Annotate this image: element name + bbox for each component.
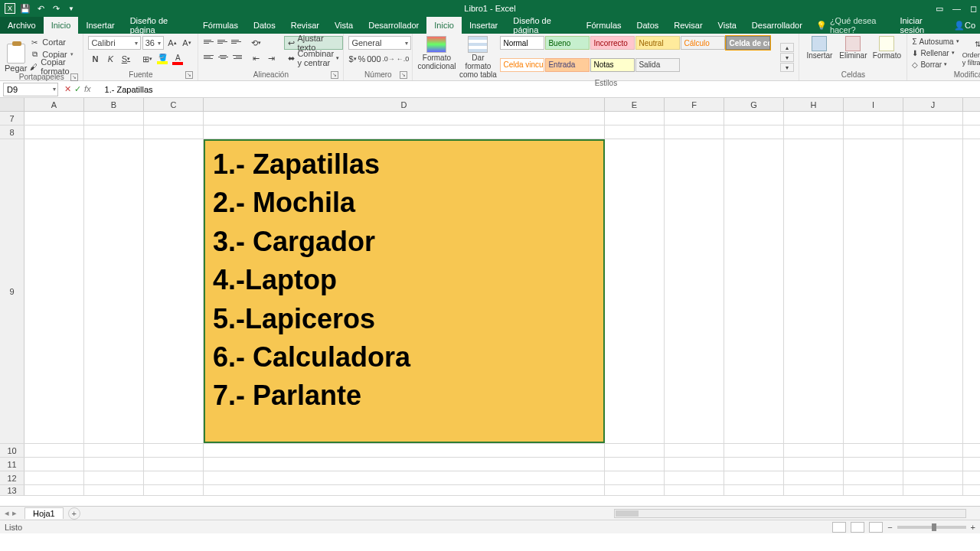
- cell[interactable]: [204, 485, 605, 495]
- cell[interactable]: [24, 112, 84, 125]
- column-header[interactable]: I: [844, 98, 903, 111]
- cell[interactable]: [724, 485, 784, 495]
- active-cell[interactable]: 1.- Zapatillas 2.- Mochila 3.- Cargador …: [204, 139, 605, 443]
- select-all-corner[interactable]: [0, 98, 24, 111]
- borders-button[interactable]: ⊞▾: [140, 52, 154, 66]
- cell[interactable]: [144, 485, 204, 495]
- row-header[interactable]: 9: [0, 139, 24, 443]
- align-center-icon[interactable]: [217, 51, 229, 62]
- cell[interactable]: [844, 471, 903, 484]
- format-as-table-button[interactable]: Dar formato como tabla: [459, 36, 497, 79]
- dialog-launcher-icon[interactable]: ↘: [331, 71, 338, 79]
- cell[interactable]: [903, 139, 963, 443]
- format-cells-button[interactable]: Formato: [871, 36, 902, 70]
- increase-font-icon[interactable]: A▴: [165, 36, 178, 50]
- tab-vista[interactable]: Vista: [710, 17, 744, 34]
- cell[interactable]: [724, 126, 784, 139]
- sheet-nav-last-icon[interactable]: ▸: [12, 508, 17, 518]
- fill-button[interactable]: ⬇Rellenar▾: [912, 47, 959, 58]
- tell-me[interactable]: 💡 ¿Qué desea hacer?: [810, 17, 894, 34]
- align-middle-icon[interactable]: [217, 36, 229, 47]
- column-header[interactable]: A: [24, 98, 84, 111]
- decrease-font-icon[interactable]: A▾: [180, 36, 193, 50]
- cell[interactable]: [24, 126, 84, 139]
- cell[interactable]: [784, 139, 844, 443]
- insert-cells-button[interactable]: Insertar: [804, 36, 835, 70]
- fx-icon[interactable]: fx: [84, 84, 96, 94]
- cell[interactable]: [605, 458, 665, 471]
- align-top-icon[interactable]: [203, 36, 215, 47]
- row-header[interactable]: 7: [0, 112, 24, 125]
- gallery-more-icon[interactable]: ▾: [780, 63, 794, 72]
- row-header[interactable]: 12: [0, 471, 24, 484]
- cell-styles-gallery[interactable]: NormalBuenoIncorrectoNeutralCálculoCelda…: [500, 36, 776, 79]
- wrap-text-button[interactable]: ↩Ajustar texto: [284, 36, 343, 50]
- cell[interactable]: [903, 444, 963, 457]
- format-painter-button[interactable]: 🖌Copiar formato: [30, 61, 78, 73]
- cell[interactable]: [144, 139, 204, 443]
- tab-datos[interactable]: Datos: [629, 17, 667, 34]
- number-format-combo[interactable]: General▾: [348, 36, 411, 50]
- enter-formula-icon[interactable]: ✓: [74, 84, 81, 94]
- cell[interactable]: [665, 458, 724, 471]
- column-header[interactable]: D: [204, 98, 605, 111]
- tab-revisar[interactable]: Revisar: [283, 17, 327, 34]
- style-cell[interactable]: Entrada: [545, 58, 590, 72]
- cell[interactable]: [144, 458, 204, 471]
- cell[interactable]: [665, 139, 724, 443]
- sheet-nav-first-icon[interactable]: ◂: [5, 508, 9, 518]
- style-cell[interactable]: Incorrecto: [590, 36, 635, 50]
- cell[interactable]: [24, 471, 84, 484]
- cell[interactable]: [84, 139, 144, 443]
- maximize-icon[interactable]: ◻: [970, 4, 977, 14]
- zoom-out-icon[interactable]: −: [887, 523, 892, 532]
- bold-button[interactable]: N: [88, 52, 102, 66]
- cell[interactable]: [903, 112, 963, 125]
- italic-button[interactable]: K: [103, 52, 117, 66]
- column-header[interactable]: E: [605, 98, 665, 111]
- cell[interactable]: [605, 485, 665, 495]
- cell[interactable]: [784, 471, 844, 484]
- cell[interactable]: [84, 112, 144, 125]
- cell[interactable]: [903, 126, 963, 139]
- cell[interactable]: [665, 126, 724, 139]
- cell[interactable]: [844, 139, 903, 443]
- tab-inicio[interactable]: Inicio: [426, 17, 462, 34]
- row-header[interactable]: 13: [0, 485, 24, 495]
- cell[interactable]: [665, 485, 724, 495]
- decrease-indent-icon[interactable]: ⇤: [249, 51, 263, 65]
- cell[interactable]: [84, 471, 144, 484]
- sign-in[interactable]: Iniciar sesión: [893, 17, 949, 34]
- tab-vista[interactable]: Vista: [327, 17, 361, 34]
- cell[interactable]: [844, 126, 903, 139]
- cell[interactable]: [724, 458, 784, 471]
- worksheet-grid[interactable]: ABCDEFGHIJ 7891.- Zapatillas 2.- Mochila…: [0, 98, 980, 506]
- sheet-tab[interactable]: Hoja1: [24, 507, 64, 519]
- style-cell[interactable]: Normal: [500, 36, 544, 50]
- cut-button[interactable]: ✂Cortar: [30, 37, 78, 48]
- cell[interactable]: [204, 126, 605, 139]
- row-header[interactable]: 10: [0, 444, 24, 457]
- cell[interactable]: [903, 485, 963, 495]
- cell[interactable]: [784, 112, 844, 125]
- cell[interactable]: [24, 485, 84, 495]
- underline-button[interactable]: S▾: [119, 52, 132, 66]
- name-box[interactable]: D9▾: [3, 83, 58, 96]
- cell[interactable]: [844, 444, 903, 457]
- tab-desarrollador[interactable]: Desarrollador: [361, 17, 426, 34]
- tab-desarrollador[interactable]: Desarrollador: [744, 17, 810, 34]
- cell[interactable]: [784, 126, 844, 139]
- align-bottom-icon[interactable]: [230, 36, 243, 47]
- gallery-up-icon[interactable]: ▴: [780, 43, 794, 52]
- undo-icon[interactable]: ↶: [35, 3, 46, 14]
- cell[interactable]: [605, 444, 665, 457]
- dialog-launcher-icon[interactable]: ↘: [400, 71, 407, 79]
- tab-diseño-de-página[interactable]: Diseño de página: [122, 17, 195, 34]
- merge-center-button[interactable]: ⬌Combinar y centrar▾: [284, 51, 343, 65]
- new-sheet-button[interactable]: +: [68, 507, 80, 520]
- minimize-icon[interactable]: —: [952, 4, 961, 13]
- style-cell[interactable]: Notas: [590, 58, 635, 72]
- zoom-in-icon[interactable]: +: [971, 523, 975, 532]
- accounting-format-icon[interactable]: $▾: [348, 52, 356, 66]
- cell[interactable]: [204, 471, 605, 484]
